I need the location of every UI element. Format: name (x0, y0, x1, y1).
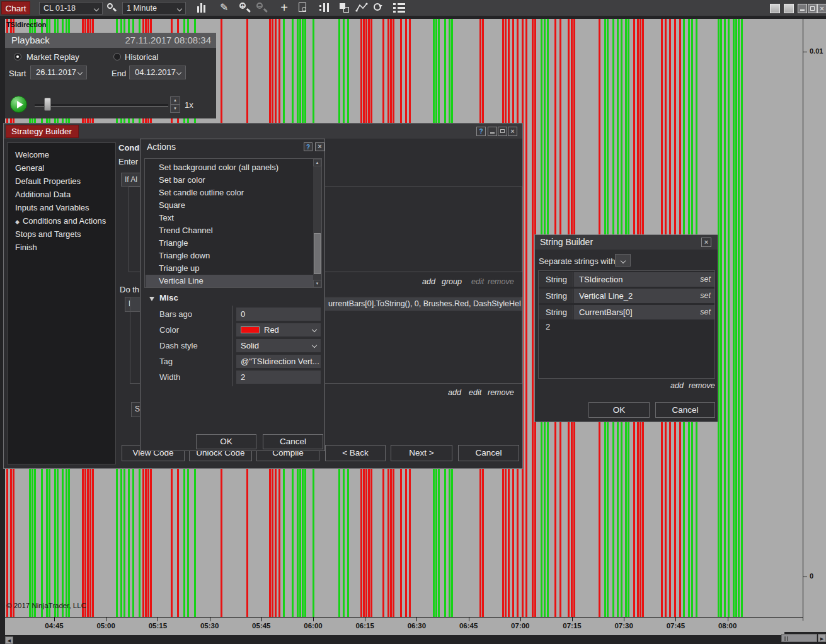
speed-up-button[interactable]: ▲ (170, 96, 180, 105)
set-link[interactable]: set (700, 305, 711, 319)
reload-icon[interactable] (372, 2, 386, 14)
nav-item-conditions-actions[interactable]: ◆Conditions and Actions (8, 214, 115, 227)
speed-down-button[interactable]: ▼ (170, 105, 180, 113)
market-replay-radio[interactable] (14, 53, 21, 60)
maximize-button[interactable] (808, 4, 817, 13)
nav-item-welcome[interactable]: Welcome (8, 148, 115, 161)
scroll-right-button[interactable]: ▶ (818, 634, 826, 642)
string1-field[interactable]: Vertical Line_2set (574, 289, 714, 303)
cancel-button[interactable]: Cancel (655, 402, 715, 418)
conditions-edit-link[interactable]: edit (471, 277, 484, 286)
action-item[interactable]: Text (146, 212, 313, 224)
ok-button[interactable]: OK (588, 402, 650, 418)
nav-item-additional-data[interactable]: Additional Data (8, 188, 115, 201)
playback-slider-track[interactable] (35, 104, 168, 106)
help-button[interactable]: ? (476, 127, 486, 136)
action-item[interactable]: Triangle down (146, 250, 313, 262)
back-button[interactable]: < Back (325, 445, 386, 461)
separator-dropdown[interactable] (615, 254, 631, 267)
conditions-add-link[interactable]: add (422, 277, 435, 286)
search-icon[interactable] (106, 2, 120, 14)
instrument-selector[interactable]: CL 01-18 (39, 2, 103, 14)
action-item[interactable]: Triangle (146, 237, 313, 250)
string2-field[interactable]: CurrentBars[0]set (574, 305, 714, 319)
actions-edit-link[interactable]: edit (469, 388, 481, 397)
scroll-down-button[interactable]: ▼ (313, 280, 321, 287)
data-grid-icon[interactable] (318, 2, 332, 14)
if-all-tab-clipped[interactable]: If Al (121, 173, 141, 187)
misc-section-header[interactable]: Misc (159, 293, 178, 302)
strategy-builder-titlebar[interactable] (4, 124, 522, 139)
bars-ago-field[interactable]: 0 (236, 308, 321, 321)
playback-titlebar[interactable]: Playback 27.11.2017 08:08:34 (5, 33, 216, 48)
set-link[interactable]: set (700, 289, 711, 303)
maximize-button[interactable] (498, 127, 507, 136)
panel-button[interactable] (784, 4, 794, 13)
collapse-triangle-icon[interactable] (149, 297, 154, 301)
scrollbar-thumb[interactable] (314, 233, 321, 274)
time-tick (572, 618, 573, 621)
string0-field[interactable]: TSIdirectionset (574, 272, 714, 287)
pencil-icon[interactable]: ✎ (220, 2, 234, 14)
historical-radio[interactable] (113, 53, 121, 60)
scroll-up-button[interactable]: ▲ (313, 159, 321, 166)
play-button[interactable] (10, 96, 27, 113)
panel-button[interactable] (770, 4, 780, 13)
green-bar (735, 19, 737, 617)
layers-icon[interactable] (338, 2, 352, 14)
nav-item-inputs-variables[interactable]: Inputs and Variables (8, 201, 115, 214)
hscroll-thumb[interactable] (781, 634, 817, 642)
action-item[interactable]: Set bar color (146, 174, 313, 187)
nav-item-finish[interactable]: Finish (8, 241, 115, 254)
end-label: End (112, 69, 126, 78)
action-item[interactable]: Square (146, 199, 313, 212)
set-button-clipped[interactable]: S (131, 402, 141, 417)
minimize-button[interactable] (488, 127, 497, 136)
line-tool-icon[interactable] (355, 2, 369, 14)
string-remove-link[interactable]: remove (689, 381, 715, 390)
start-date-dropdown[interactable]: 26.11.2017 (30, 66, 87, 79)
nav-item-default-properties[interactable]: Default Properties (8, 175, 115, 188)
color-dropdown[interactable]: Red (236, 323, 321, 336)
action-item[interactable]: Triangle up (146, 262, 313, 275)
actions-remove-link[interactable]: remove (488, 388, 514, 397)
zoom-out-icon[interactable]: − (256, 2, 270, 14)
chart-style-icon[interactable] (196, 2, 210, 14)
cancel-button[interactable]: Cancel (263, 434, 323, 449)
actions-scrollbar[interactable]: ▲ ▼ (313, 159, 321, 287)
conditions-remove-link[interactable]: remove (488, 277, 514, 286)
close-icon[interactable]: × (701, 238, 711, 247)
minimize-button[interactable] (798, 4, 807, 13)
tag-field[interactable]: @"TSIdirection Vert... (236, 355, 321, 368)
action-item[interactable]: Trend Channel (146, 224, 313, 237)
string-add-link[interactable]: add (670, 381, 684, 390)
cancel-button[interactable]: Cancel (458, 445, 519, 461)
interval-selector[interactable]: 1 Minute (122, 2, 186, 14)
tag-label: Tag (159, 357, 173, 366)
help-button[interactable]: ? (304, 142, 313, 151)
close-icon[interactable]: × (817, 4, 826, 13)
playback-slider-handle[interactable] (44, 98, 51, 111)
scroll-left-button[interactable]: ◀ (5, 636, 13, 644)
action-item[interactable]: Set background color (all panels) (146, 161, 313, 174)
dash-style-dropdown[interactable]: Solid (236, 339, 321, 352)
zoom-in-icon[interactable]: + (239, 2, 253, 14)
action-item-selected[interactable]: Vertical Line (146, 275, 313, 287)
separator-label: Separate strings with (539, 256, 615, 266)
chart-menu-button[interactable]: Chart (1, 1, 30, 14)
nav-item-general[interactable]: General (8, 161, 115, 175)
action-item[interactable]: Set candle outline color (146, 187, 313, 199)
set-link[interactable]: set (700, 272, 711, 287)
close-icon[interactable]: × (315, 142, 324, 151)
width-field[interactable]: 2 (236, 371, 321, 384)
end-date-dropdown[interactable]: 04.12.2017 (129, 66, 186, 79)
report-icon[interactable] (297, 2, 311, 14)
ok-button[interactable]: OK (196, 434, 256, 449)
next-button[interactable]: Next > (391, 445, 452, 461)
close-icon[interactable]: × (508, 127, 517, 136)
checklist-icon[interactable] (393, 2, 406, 14)
nav-item-stops-targets[interactable]: Stops and Targets (8, 227, 115, 241)
crosshair-icon[interactable]: + (277, 2, 291, 14)
actions-add-link[interactable]: add (448, 388, 461, 397)
conditions-group-link[interactable]: group (442, 277, 462, 286)
